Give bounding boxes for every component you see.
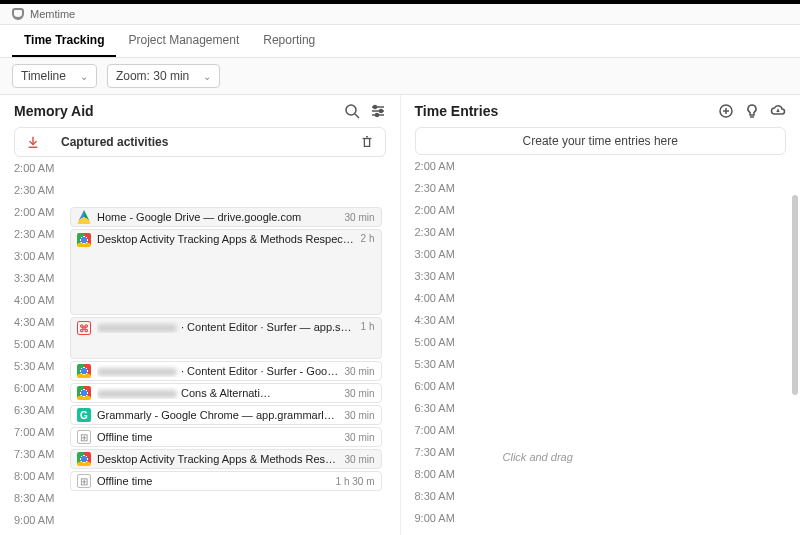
activity-card[interactable]: ⊞Offline time1 h 30 m	[70, 471, 382, 491]
activity-duration: 30 min	[344, 410, 374, 421]
cloud-sync-icon[interactable]	[770, 103, 786, 119]
activity-card[interactable]: GGrammarly - Google Chrome — app.grammar…	[70, 405, 382, 425]
view-select-value: Timeline	[21, 69, 66, 83]
svg-point-7	[375, 114, 378, 117]
activity-card[interactable]: Desktop Activity Tracking Apps & Methods…	[70, 449, 382, 469]
time-label: 3:00 AM	[401, 243, 461, 265]
svg-point-5	[373, 106, 376, 109]
activity-card[interactable]: ⌘· Content Editor · Surfer — app.surfers…	[70, 317, 382, 359]
time-label: 4:00 AM	[401, 287, 461, 309]
main-nav: Time Tracking Project Management Reporti…	[0, 25, 800, 58]
time-label: 2:30 AM	[401, 177, 461, 199]
activity-title: Offline time	[97, 431, 338, 443]
google-chrome-icon	[77, 452, 91, 466]
scrollbar[interactable]	[792, 195, 798, 395]
time-label: 8:00 AM	[401, 463, 461, 485]
activity-card[interactable]: · Content Editor · Surfer - Google Ch…30…	[70, 361, 382, 381]
time-entries-hint-label: Create your time entries here	[523, 134, 678, 148]
toolbar: Timeline ⌄ Zoom: 30 min ⌄	[0, 58, 800, 95]
activity-duration: 2 h	[361, 233, 375, 244]
app-title: Memtime	[30, 8, 75, 20]
time-label: 6:00 AM	[401, 375, 461, 397]
activity-title: Cons & Alternati…	[97, 387, 338, 399]
activity-duration: 30 min	[344, 454, 374, 465]
time-label: 6:30 AM	[0, 399, 60, 421]
offline-icon: ⊞	[77, 474, 91, 488]
view-select[interactable]: Timeline ⌄	[12, 64, 97, 88]
chevron-down-icon: ⌄	[203, 71, 211, 82]
time-label: 5:30 AM	[401, 353, 461, 375]
activity-card[interactable]: Desktop Activity Tracking Apps & Methods…	[70, 229, 382, 315]
time-label: 7:30 AM	[401, 441, 461, 463]
time-label: 9:30 AM	[401, 529, 461, 535]
panel-header: Time Entries	[401, 95, 801, 123]
memory-aid-timeline[interactable]: 2:00 AM2:30 AM2:00 AM2:30 AM3:00 AM3:30 …	[0, 157, 400, 535]
svg-line-1	[355, 114, 359, 118]
time-label: 2:00 AM	[0, 157, 60, 179]
activity-duration: 30 min	[344, 432, 374, 443]
activity-duration: 1 h 30 m	[336, 476, 375, 487]
tab-project-management[interactable]: Project Management	[116, 25, 251, 57]
time-label: 3:30 AM	[401, 265, 461, 287]
time-label: 8:30 AM	[401, 485, 461, 507]
panels: Memory Aid Captured activities 2:00 AM2:…	[0, 95, 800, 535]
activity-title: · Content Editor · Surfer — app.surferse…	[97, 321, 355, 333]
google-chrome-icon	[77, 364, 91, 378]
time-label: 2:00 AM	[0, 201, 60, 223]
time-entries-timeline[interactable]: 2:00 AM2:30 AM2:00 AM2:30 AM3:00 AM3:30 …	[401, 155, 801, 535]
activity-card[interactable]: Cons & Alternati…30 min	[70, 383, 382, 403]
activity-duration: 30 min	[344, 212, 374, 223]
time-label: 4:30 AM	[0, 311, 60, 333]
activity-title: Offline time	[97, 475, 330, 487]
lightbulb-icon[interactable]	[744, 103, 760, 119]
add-entry-icon[interactable]	[718, 103, 734, 119]
time-label: 6:00 AM	[0, 377, 60, 399]
trash-icon[interactable]	[359, 134, 375, 150]
time-label: 7:30 AM	[0, 443, 60, 465]
zoom-select-value: Zoom: 30 min	[116, 69, 189, 83]
time-label: 4:00 AM	[0, 289, 60, 311]
app-title-bar: Memtime	[0, 4, 800, 25]
settings-sliders-icon[interactable]	[370, 103, 386, 119]
time-label: 9:30 AM	[0, 531, 60, 535]
chevron-down-icon: ⌄	[80, 71, 88, 82]
tab-time-tracking[interactable]: Time Tracking	[12, 25, 116, 57]
time-label: 2:30 AM	[0, 179, 60, 201]
activity-title: Home - Google Drive — drive.google.com	[97, 211, 338, 223]
time-label: 5:30 AM	[0, 355, 60, 377]
activity-title: Grammarly - Google Chrome — app.grammarl…	[97, 409, 338, 421]
drag-hint[interactable]: Click and drag	[495, 447, 783, 467]
time-label: 7:00 AM	[401, 419, 461, 441]
activity-card[interactable]: ⊞Offline time30 min	[70, 427, 382, 447]
time-label: 5:00 AM	[0, 333, 60, 355]
zoom-select[interactable]: Zoom: 30 min ⌄	[107, 64, 220, 88]
time-label: 2:30 AM	[401, 221, 461, 243]
tab-reporting[interactable]: Reporting	[251, 25, 327, 57]
time-label: 4:30 AM	[401, 309, 461, 331]
svg-point-6	[379, 110, 382, 113]
panel-title: Memory Aid	[14, 103, 94, 119]
activity-card[interactable]: Home - Google Drive — drive.google.com30…	[70, 207, 382, 227]
time-label: 5:00 AM	[401, 331, 461, 353]
time-label: 2:00 AM	[401, 155, 461, 177]
time-label: 9:00 AM	[401, 507, 461, 529]
activity-duration: 30 min	[344, 388, 374, 399]
time-label: 2:30 AM	[0, 223, 60, 245]
time-label: 3:00 AM	[0, 245, 60, 267]
search-icon[interactable]	[344, 103, 360, 119]
activity-title: Desktop Activity Tracking Apps & Methods…	[97, 453, 338, 465]
time-label: 9:00 AM	[0, 509, 60, 531]
download-icon[interactable]	[25, 134, 41, 150]
grammarly-icon: G	[77, 408, 91, 422]
activity-duration: 1 h	[361, 321, 375, 332]
svg-point-0	[346, 105, 356, 115]
time-label: 6:30 AM	[401, 397, 461, 419]
panel-title: Time Entries	[415, 103, 499, 119]
time-entries-hint: Create your time entries here	[415, 127, 787, 155]
google-drive-icon	[77, 210, 91, 224]
panel-time-entries: Time Entries Create your time entries he…	[400, 95, 801, 535]
captured-activities-label: Captured activities	[61, 135, 168, 149]
time-label: 8:30 AM	[0, 487, 60, 509]
surfer-icon: ⌘	[77, 321, 91, 335]
activity-duration: 30 min	[344, 366, 374, 377]
